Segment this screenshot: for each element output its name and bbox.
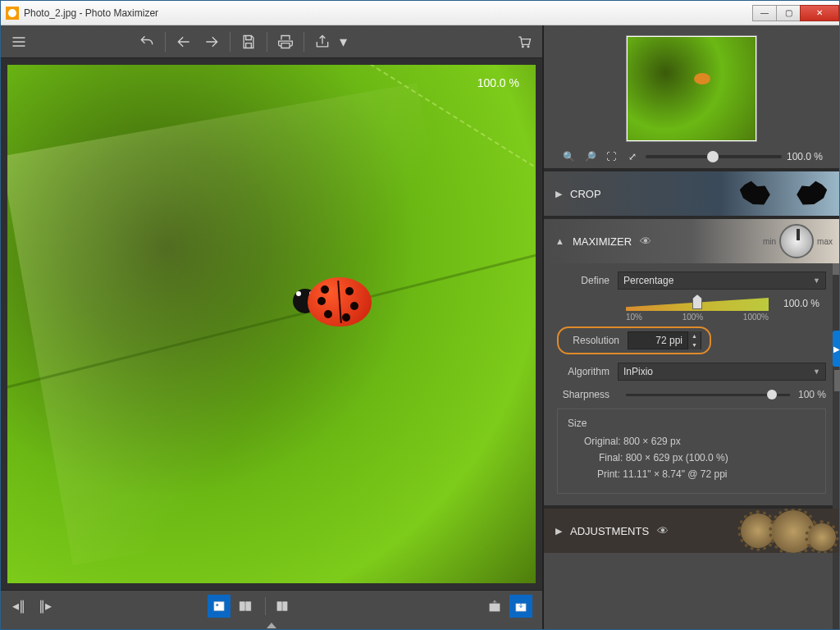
main-toolbar: ▾ (1, 25, 542, 58)
left-pane: ▾ (1, 25, 544, 629)
fit-screen-icon[interactable]: ⛶ (603, 148, 619, 165)
resolution-value: 72 ppi (628, 335, 687, 346)
maximize-button[interactable]: ▢ (776, 5, 801, 21)
side-grip[interactable] (834, 370, 840, 391)
svg-rect-3 (246, 601, 251, 610)
define-label: Define (557, 275, 618, 286)
dial-graphic: min max (763, 224, 833, 258)
resolution-row: Resolution 72 ppi ▲ ▼ (557, 326, 826, 354)
share-dropdown-icon[interactable]: ▾ (337, 29, 349, 55)
view-single-button[interactable] (208, 595, 231, 618)
tick-1000: 1000% (743, 313, 769, 322)
chevron-right-icon: ▶ (555, 189, 562, 199)
dial-max-label: max (817, 237, 833, 246)
bottom-divider (265, 597, 266, 615)
share-button[interactable] (309, 29, 336, 55)
titlebar: Photo_2.jpg - Photo Maximizer — ▢ ✕ (1, 1, 839, 25)
navigator-zoom-row: 🔍 🔎 ⛶ ⤢ 100.0 % (560, 148, 823, 165)
chevron-down-icon: ▲ (555, 236, 564, 246)
actual-size-icon[interactable]: ⤢ (624, 148, 641, 165)
size-heading: Size (568, 418, 815, 429)
undo-button[interactable] (134, 29, 160, 55)
app-icon (6, 7, 19, 20)
navigator-thumbnail[interactable] (626, 35, 757, 142)
maximizer-panel-header[interactable]: ▲ MAXIMIZER 👁 min max (544, 219, 839, 263)
image-canvas[interactable]: 100.0 % (7, 65, 536, 583)
menu-button[interactable] (6, 29, 32, 55)
toolbar-divider (304, 32, 304, 52)
panel-scrollbar[interactable] (833, 222, 839, 629)
side-flyout-tab[interactable]: ▶ (833, 331, 840, 367)
prev-button[interactable] (171, 29, 197, 55)
svg-point-1 (216, 604, 218, 606)
dropdown-icon: ▼ (813, 368, 820, 376)
sharpness-label: Sharpness (557, 389, 618, 400)
chevron-right-icon: ▶ (555, 526, 562, 536)
toolbar-divider (165, 32, 166, 52)
spinner-up-icon[interactable]: ▲ (688, 331, 701, 340)
zoom-in-icon[interactable]: 🔎 (582, 148, 598, 165)
resolution-label: Resolution (567, 335, 628, 346)
export-button[interactable] (483, 595, 506, 618)
define-row: Define Percentage ▼ (557, 272, 826, 290)
print-button[interactable] (272, 29, 299, 55)
close-button[interactable]: ✕ (800, 5, 839, 21)
dropdown-icon: ▼ (813, 276, 820, 285)
percentage-value: 100.0 % (783, 298, 819, 309)
sharpness-slider[interactable] (626, 394, 790, 396)
toolbar-divider (230, 32, 231, 52)
visibility-icon[interactable]: 👁 (640, 235, 651, 248)
define-value: Percentage (623, 275, 673, 286)
crop-panel-header[interactable]: ▶ CROP (544, 171, 839, 216)
maximizer-panel-body: Define Percentage ▼ 100.0 % 10% 100% (544, 263, 839, 505)
crop-title: CROP (570, 188, 601, 200)
window-title: Photo_2.jpg - Photo Maximizer (24, 7, 158, 19)
dial-icon (779, 224, 814, 258)
tick-10: 10% (626, 313, 642, 322)
chevron-up-icon (267, 623, 276, 628)
svg-rect-5 (283, 601, 287, 610)
view-compare-button[interactable] (234, 595, 257, 618)
percentage-thumb[interactable] (692, 294, 702, 309)
adjustments-panel-header[interactable]: ▶ ADJUSTMENTS 👁 (544, 509, 839, 553)
ladybug (293, 277, 372, 336)
sharpness-value: 100 % (798, 389, 826, 400)
zoom-slider[interactable] (646, 155, 782, 158)
import-button[interactable] (509, 595, 532, 618)
zoom-value: 100.0 % (787, 151, 823, 162)
algorithm-row: Algorithm InPixio ▼ (557, 363, 826, 381)
window-controls: — ▢ ✕ (753, 5, 839, 21)
crop-hands-graphic (734, 176, 833, 211)
leaf-highlight (7, 83, 489, 564)
tick-100: 100% (682, 313, 704, 322)
adjustments-title: ADJUSTMENTS (570, 525, 649, 537)
app-body: ▾ (1, 25, 839, 629)
right-panel: 🔍 🔎 ⛶ ⤢ 100.0 % ▶ CROP ▲ (544, 25, 839, 629)
gears-graphic (708, 509, 839, 553)
canvas-zoom-label: 100.0 % (477, 76, 519, 89)
algorithm-select[interactable]: InPixio ▼ (618, 363, 826, 381)
next-button[interactable] (199, 29, 225, 55)
bottom-toolbar: ◂∥ ∥▸ (1, 590, 542, 621)
percentage-slider-wrap: 100.0 % 10% 100% 1000% (557, 298, 826, 322)
save-button[interactable] (235, 29, 262, 55)
filmstrip-toggle[interactable] (1, 621, 542, 629)
spinner-down-icon[interactable]: ▼ (688, 340, 701, 349)
expand-right-icon[interactable]: ∥▸ (34, 595, 57, 618)
svg-rect-0 (214, 601, 224, 610)
zoom-out-icon[interactable]: 🔍 (560, 148, 577, 165)
view-split-button[interactable] (271, 595, 294, 618)
visibility-icon[interactable]: 👁 (657, 524, 669, 537)
resolution-highlight: Resolution 72 ppi ▲ ▼ (557, 326, 711, 354)
size-print: Print: 11.11" × 8.74" @ 72 ppi (597, 468, 815, 480)
canvas-wrap: 100.0 % (1, 58, 542, 590)
collapse-left-icon[interactable]: ◂∥ (7, 595, 30, 618)
cart-button[interactable] (511, 29, 537, 55)
size-final: Final: 800 × 629 px (100.0 %) (599, 452, 815, 463)
maximizer-title: MAXIMIZER (573, 235, 632, 248)
size-original: Original: 800 × 629 px (584, 436, 815, 447)
resolution-spinner[interactable]: 72 ppi ▲ ▼ (628, 331, 701, 349)
minimize-button[interactable]: — (752, 5, 777, 21)
define-select[interactable]: Percentage ▼ (618, 272, 826, 290)
toolbar-divider (267, 32, 267, 52)
